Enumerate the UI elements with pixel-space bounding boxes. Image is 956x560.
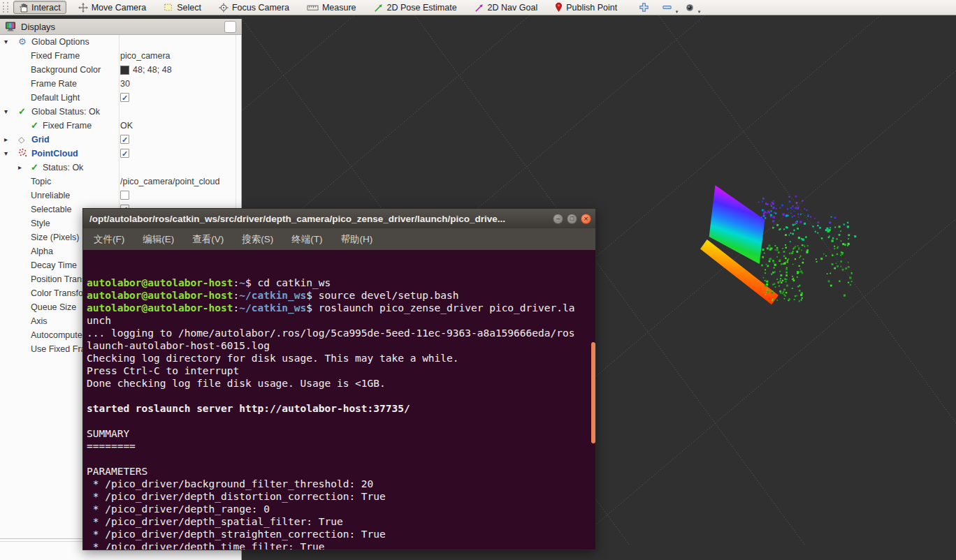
- move-icon: [78, 3, 88, 13]
- terminal-line: Done checking log file disk usage. Usage…: [87, 377, 595, 390]
- tool-focus-camera[interactable]: Focus Camera: [213, 1, 295, 14]
- property-label: Status: Ok: [43, 163, 83, 172]
- property-row-global-status-ok[interactable]: ▾✓Global Status: Ok: [0, 105, 241, 119]
- property-row-global-options[interactable]: ▾⚙Global Options: [0, 35, 241, 49]
- terminal-menubar: 文件(F)编辑(E)查看(V)搜索(S)终端(T)帮助(H): [82, 228, 596, 250]
- toolbar-drag-handle[interactable]: [3, 2, 8, 13]
- property-row-grid[interactable]: ▸◇Grid✓: [0, 133, 241, 147]
- terminal-line: unch: [87, 314, 595, 327]
- property-value-frame-rate[interactable]: 30: [120, 79, 130, 89]
- tool-publish-point[interactable]: Publish Point: [549, 1, 623, 14]
- chevron-down-icon[interactable]: ▾: [4, 107, 8, 117]
- property-row-topic[interactable]: Topic/pico_camera/point_cloud: [0, 175, 241, 189]
- property-value-grid[interactable]: ✓: [120, 135, 129, 144]
- terminal-line: [87, 415, 595, 427]
- terminal-line: autolabor@autolabor-host:~/catkin_ws$ ro…: [87, 302, 595, 314]
- maximize-button[interactable]: □: [567, 214, 577, 224]
- property-label: Global Options: [31, 37, 89, 47]
- property-value-unreliable[interactable]: [120, 191, 129, 200]
- tool-interact[interactable]: Interact: [13, 1, 66, 14]
- property-label: Size (Pixels): [31, 233, 79, 242]
- float-panel-button[interactable]: [224, 21, 236, 33]
- property-label: Decay Time: [31, 260, 77, 270]
- tool-2d-nav-goal[interactable]: 2D Nav Goal: [469, 1, 544, 14]
- check-icon: ✓: [31, 162, 38, 173]
- menu-item-h[interactable]: 帮助(H): [341, 233, 373, 246]
- chevron-right-icon[interactable]: ▸: [4, 135, 8, 145]
- chevron-right-icon[interactable]: ▸: [18, 163, 22, 172]
- dropdown-arrow-icon[interactable]: ▾: [698, 9, 701, 15]
- grid-icon: ◇: [18, 134, 24, 145]
- panel-title: Displays: [21, 22, 55, 32]
- checkbox[interactable]: ✓: [120, 149, 129, 158]
- menu-item-e[interactable]: 编辑(E): [143, 233, 174, 246]
- terminal-line: autolabor@autolabor-host:~/catkin_ws$ so…: [87, 289, 595, 302]
- gear-icon: ⚙: [18, 36, 27, 47]
- property-value-fixed-frame[interactable]: pico_camera: [120, 51, 171, 61]
- hand-icon: [19, 3, 28, 13]
- zoom-in-button[interactable]: [639, 2, 649, 13]
- pointcloud-icon: [18, 148, 27, 157]
- property-row-fixed-frame[interactable]: ✓Fixed FrameOK: [0, 119, 241, 133]
- property-value-topic[interactable]: /pico_camera/point_cloud: [120, 177, 219, 186]
- menu-item-s[interactable]: 搜索(S): [242, 233, 273, 246]
- terminal-line: [87, 390, 595, 402]
- terminal-line: * /pico_driver/depth_distortion_correcti…: [87, 490, 595, 503]
- property-label: Background Color: [31, 65, 101, 75]
- property-label: Fixed Frame: [43, 121, 92, 131]
- property-value-background-color[interactable]: 48; 48; 48: [120, 65, 172, 75]
- property-value-pointcloud[interactable]: ✓: [120, 149, 129, 158]
- terminal-output[interactable]: autolabor@autolabor-host:~$ cd catkin_ws…: [82, 250, 596, 550]
- property-label: Unreliable: [31, 191, 70, 200]
- property-row-frame-rate[interactable]: Frame Rate30: [0, 77, 241, 91]
- color-swatch[interactable]: [120, 66, 129, 75]
- menu-item-f[interactable]: 文件(F): [94, 233, 124, 246]
- tool-2d-pose-estimate[interactable]: 2D Pose Estimate: [368, 1, 463, 14]
- terminal-title: /opt/autolabor/ros/catkin_ws/src/driver/…: [89, 214, 547, 224]
- menu-item-v[interactable]: 查看(V): [192, 233, 224, 246]
- checkbox[interactable]: [120, 191, 129, 200]
- terminal-line: autolabor@autolabor-host:~$ cd catkin_ws: [87, 277, 595, 289]
- chevron-down-icon[interactable]: ▾: [4, 149, 8, 159]
- value-text: pico_camera: [120, 51, 171, 61]
- property-label: Fixed Frame: [31, 51, 80, 61]
- tool-label: 2D Nav Goal: [488, 3, 538, 13]
- chevron-down-icon[interactable]: ▾: [4, 37, 8, 47]
- minimize-button[interactable]: –: [553, 214, 563, 224]
- terminal-line: * /pico_driver/background_filter_thresho…: [87, 478, 595, 490]
- checkbox[interactable]: ✓: [120, 135, 129, 144]
- property-row-pointcloud[interactable]: ▾PointCloud✓: [0, 147, 241, 161]
- property-row-background-color[interactable]: Background Color48; 48; 48: [0, 63, 241, 77]
- tool-label: Measure: [322, 3, 356, 13]
- value-text: 48; 48; 48: [133, 65, 172, 75]
- nav-arrow-icon: [475, 3, 484, 13]
- checkbox[interactable]: ✓: [120, 93, 129, 102]
- toolbar: InteractMove CameraSelectFocus CameraMea…: [0, 0, 956, 15]
- terminal-titlebar[interactable]: /opt/autolabor/ros/catkin_ws/src/driver/…: [82, 208, 596, 228]
- close-button[interactable]: ×: [581, 214, 591, 224]
- terminal-scrollbar[interactable]: [591, 342, 595, 443]
- tool-measure[interactable]: Measure: [301, 1, 362, 14]
- property-row-fixed-frame[interactable]: Fixed Framepico_camera: [0, 49, 241, 63]
- dropdown-arrow-icon[interactable]: ▾: [676, 9, 679, 15]
- property-value-fixed-frame[interactable]: OK: [120, 121, 133, 131]
- pose-arrow-icon: [374, 3, 384, 13]
- terminal-line: * /pico_driver/depth_time_filter: True: [87, 540, 595, 550]
- value-text: 30: [120, 79, 130, 89]
- property-row-default-light[interactable]: Default Light✓: [0, 91, 241, 105]
- views-button[interactable]: ▾: [685, 3, 695, 13]
- property-row-status-ok[interactable]: ▸✓Status: Ok: [0, 161, 241, 175]
- terminal-line: launch-autolabor-host-6015.log: [87, 339, 595, 352]
- terminal-line: Checking log directory for disk usage. T…: [87, 352, 595, 364]
- ruler-icon: [307, 4, 319, 11]
- tool-move-camera[interactable]: Move Camera: [73, 1, 152, 14]
- zoom-out-button[interactable]: ▾: [662, 2, 672, 13]
- terminal-line: SUMMARY: [87, 427, 595, 440]
- property-label: Style: [31, 219, 50, 228]
- value-text: /pico_camera/point_cloud: [120, 177, 219, 186]
- property-value-default-light[interactable]: ✓: [120, 93, 129, 102]
- property-row-unreliable[interactable]: Unreliable: [0, 189, 241, 202]
- terminal-line: ========: [87, 440, 595, 452]
- tool-select[interactable]: Select: [158, 1, 207, 14]
- menu-item-t[interactable]: 终端(T): [291, 233, 322, 246]
